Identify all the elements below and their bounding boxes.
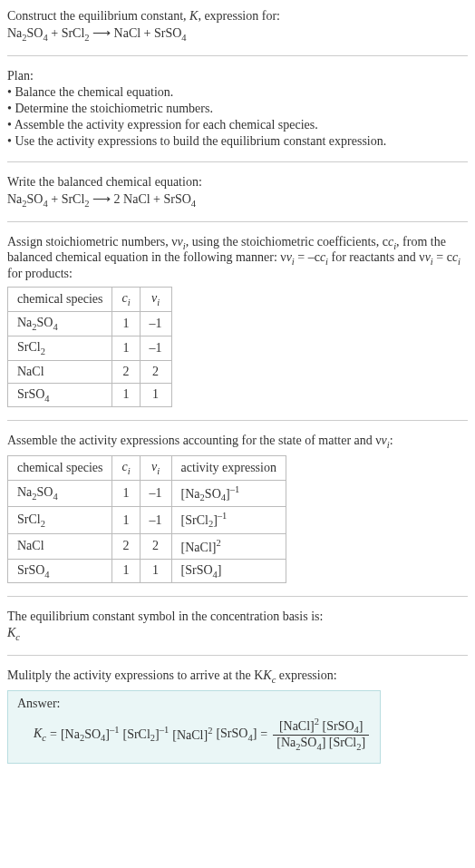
balanced-label: Write the balanced chemical equation: bbox=[7, 175, 468, 190]
t2-r3-act: [NaCl]2 bbox=[171, 533, 286, 559]
table-row: SrSO4 1 1 bbox=[8, 383, 172, 407]
t1-r4-v: 1 bbox=[140, 383, 171, 407]
t2-r1-c: 1 bbox=[112, 480, 140, 506]
t2-r2-act: [SrCl2]–1 bbox=[171, 507, 286, 533]
t2-r4-v: 1 bbox=[140, 559, 171, 583]
answer-label: Answer: bbox=[17, 697, 371, 711]
t2-h-vi: νi bbox=[140, 456, 171, 481]
t2-r2-v: –1 bbox=[140, 507, 171, 533]
stoich-description: Assign stoichiometric numbers, ννi, usin… bbox=[7, 235, 468, 282]
activity-table: chemical species ci νi activity expressi… bbox=[7, 455, 286, 583]
t1-h-ci: ci bbox=[112, 288, 140, 312]
t2-r1-sp: Na2SO4 bbox=[8, 480, 112, 506]
t2-r4-act: [SrSO4] bbox=[171, 559, 286, 583]
answer-fraction: [NaCl]2 [SrSO4] [Na2SO4] [SrCl2] bbox=[273, 717, 369, 752]
prompt-equation: Na2SO4 + SrCl2 ⟶ NaCl + SrSO4 bbox=[7, 25, 468, 43]
t2-r1-act: [Na2SO4]–1 bbox=[171, 480, 286, 506]
fraction-denominator: [Na2SO4] [SrCl2] bbox=[273, 736, 369, 752]
t2-h-ci: ci bbox=[112, 456, 140, 481]
eq-symbol: Kc bbox=[7, 626, 468, 642]
term-srcl2: [SrCl2]–1 bbox=[123, 725, 170, 743]
t1-r2-c: 1 bbox=[112, 336, 140, 360]
answer-expression: Kc = [Na2SO4]–1 [SrCl2]–1 [NaCl]2 [SrSO4… bbox=[17, 717, 371, 752]
t1-r1-c: 1 bbox=[112, 311, 140, 336]
t2-r3-c: 2 bbox=[112, 533, 140, 559]
t2-r3-v: 2 bbox=[140, 533, 171, 559]
table-row: NaCl 2 2 bbox=[8, 360, 172, 383]
table-row: NaCl 2 2 [NaCl]2 bbox=[8, 533, 286, 559]
t1-r3-c: 2 bbox=[112, 360, 140, 383]
table-row: SrCl2 1 –1 [SrCl2]–1 bbox=[8, 507, 286, 533]
t2-r3-sp: NaCl bbox=[8, 533, 112, 559]
t2-h-act: activity expression bbox=[171, 456, 286, 481]
multiply-label: Mulitply the activity expressions to arr… bbox=[7, 668, 468, 685]
stoich-table: chemical species ci νi Na2SO4 1 –1 SrCl2… bbox=[7, 287, 172, 407]
prompt-line1: Construct the equilibrium constant, K, e… bbox=[7, 9, 468, 24]
table-row: SrCl2 1 –1 bbox=[8, 336, 172, 360]
table-row: SrSO4 1 1 [SrSO4] bbox=[8, 559, 286, 583]
t2-r4-c: 1 bbox=[112, 559, 140, 583]
plan-title: Plan: bbox=[7, 69, 468, 83]
plan-bullet-2: • Determine the stoichiometric numbers. bbox=[7, 102, 468, 116]
plan-bullet-1: • Balance the chemical equation. bbox=[7, 85, 468, 100]
answer-box: Answer: Kc = [Na2SO4]–1 [SrCl2]–1 [NaCl]… bbox=[7, 690, 381, 764]
t1-r1-v: –1 bbox=[140, 311, 171, 336]
term-nacl: [NaCl]2 bbox=[172, 726, 212, 743]
t1-r1-sp: Na2SO4 bbox=[8, 311, 112, 336]
fraction-numerator: [NaCl]2 [SrSO4] bbox=[273, 717, 369, 736]
t1-r3-v: 2 bbox=[140, 360, 171, 383]
t1-r2-sp: SrCl2 bbox=[8, 336, 112, 360]
t2-h-species: chemical species bbox=[8, 456, 112, 481]
table-row: Na2SO4 1 –1 [Na2SO4]–1 bbox=[8, 480, 286, 506]
t2-r1-v: –1 bbox=[140, 480, 171, 506]
t1-r2-v: –1 bbox=[140, 336, 171, 360]
t1-r3-sp: NaCl bbox=[8, 360, 112, 383]
t1-r4-c: 1 bbox=[112, 383, 140, 407]
t2-r4-sp: SrSO4 bbox=[8, 559, 112, 583]
t1-r4-sp: SrSO4 bbox=[8, 383, 112, 407]
plan-bullet-4: • Use the activity expressions to build … bbox=[7, 134, 468, 149]
t1-h-species: chemical species bbox=[8, 288, 112, 312]
plan-bullet-3: • Assemble the activity expression for e… bbox=[7, 118, 468, 132]
table-row: Na2SO4 1 –1 bbox=[8, 311, 172, 336]
kc-symbol: Kc bbox=[34, 727, 46, 743]
eq-symbol-label: The equilibrium constant symbol in the c… bbox=[7, 610, 468, 624]
term-srso4: [SrSO4] bbox=[216, 727, 257, 743]
t2-r2-c: 1 bbox=[112, 507, 140, 533]
balanced-equation: Na2SO4 + SrCl2 ⟶ 2 NaCl + SrSO4 bbox=[7, 191, 468, 209]
activity-description: Assemble the activity expressions accoun… bbox=[7, 434, 468, 450]
t2-r2-sp: SrCl2 bbox=[8, 507, 112, 533]
term-na2so4: [Na2SO4]–1 bbox=[61, 725, 120, 743]
t1-h-vi: νi bbox=[140, 288, 171, 312]
